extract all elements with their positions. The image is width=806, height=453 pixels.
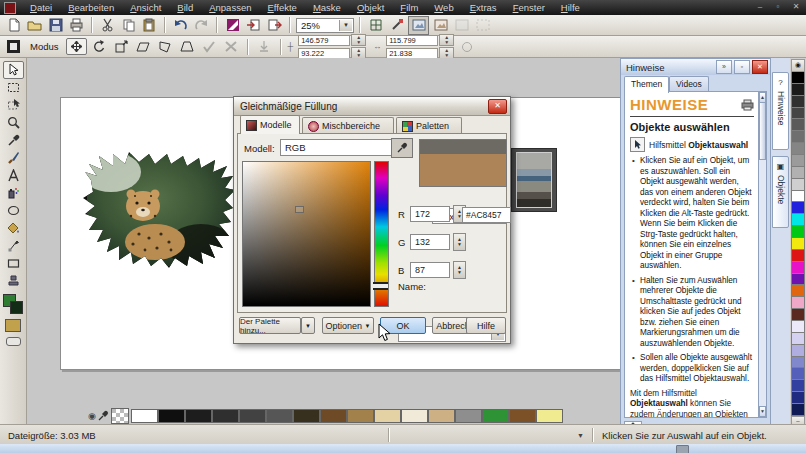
color-swatch[interactable] <box>131 409 158 423</box>
width-spinner[interactable]: ▲▼ <box>439 34 454 46</box>
close-icon[interactable]: ✕ <box>790 2 802 12</box>
dialog-titlebar[interactable]: Gleichmäßige Füllung <box>234 97 510 116</box>
menu-item[interactable]: Extras <box>462 1 505 14</box>
cut-icon[interactable] <box>98 17 117 34</box>
palette-picker-icon[interactable]: ◉ <box>88 411 96 421</box>
menu-item[interactable]: Ansicht <box>122 1 169 14</box>
copy-icon[interactable] <box>119 17 138 34</box>
color-swatch[interactable] <box>791 108 805 120</box>
grid-icon[interactable] <box>366 17 385 34</box>
docker-tab-objekte[interactable]: ▣ Objekte <box>772 156 789 228</box>
hide-mask-icon[interactable] <box>431 17 450 34</box>
scale-mode-button[interactable] <box>112 38 131 55</box>
channel-input[interactable]: 132 <box>410 234 450 250</box>
restore-icon[interactable]: ▫ <box>772 2 784 12</box>
hex-value-field[interactable]: #AC8457 <box>462 207 511 223</box>
color-swatch[interactable] <box>791 202 805 214</box>
x-spinner[interactable]: ▲▼ <box>351 34 366 46</box>
hue-slider[interactable] <box>374 161 389 307</box>
color-swatch[interactable] <box>791 333 805 345</box>
text-tool[interactable] <box>3 167 24 185</box>
color-swatch[interactable] <box>401 409 428 423</box>
color-swatch[interactable] <box>374 409 401 423</box>
color-swatch[interactable] <box>791 357 805 369</box>
scroll-down-icon[interactable]: ▼ <box>759 406 766 417</box>
menu-item[interactable]: Datei <box>22 1 60 14</box>
clone-tool[interactable] <box>3 272 24 290</box>
rotate-mode-button[interactable] <box>90 38 109 55</box>
fill-color-swatch[interactable] <box>5 319 21 332</box>
menu-item[interactable]: Bearbeiten <box>60 1 122 14</box>
color-swatch[interactable] <box>455 409 482 423</box>
options-button[interactable]: Optionen ▼ <box>322 317 374 334</box>
perspective-mode-button[interactable] <box>178 38 197 55</box>
mask-overlay-icon[interactable] <box>452 17 471 34</box>
color-swatch[interactable] <box>791 84 805 96</box>
leopard-image-object[interactable] <box>83 150 237 270</box>
docker-tab-hinweise[interactable]: ? Hinweise <box>772 72 789 150</box>
color-swatch[interactable] <box>791 143 805 155</box>
hue-slider-handle[interactable] <box>373 282 388 290</box>
dialog-close-icon[interactable]: ✕ <box>488 99 507 114</box>
path-tool[interactable] <box>3 237 24 255</box>
color-swatch[interactable] <box>791 345 805 357</box>
color-swatch[interactable] <box>791 274 805 286</box>
palette-eyedropper-icon[interactable] <box>98 410 109 422</box>
save-icon[interactable] <box>46 17 65 34</box>
help-button[interactable]: Hilfe <box>466 317 506 334</box>
new-document-icon[interactable] <box>4 17 23 34</box>
hints-scrollbar[interactable]: ▲ ▼ <box>758 91 767 418</box>
color-swatch[interactable] <box>791 96 805 108</box>
zoom-level-combo[interactable]: 25% ▼ <box>296 18 354 33</box>
color-swatch[interactable] <box>791 380 805 392</box>
show-mask-icon[interactable] <box>408 16 429 35</box>
tab-videos[interactable]: Videos <box>669 76 709 92</box>
corel-logo-icon[interactable] <box>223 17 242 34</box>
redo-icon[interactable] <box>192 17 211 34</box>
color-swatch[interactable] <box>791 119 805 131</box>
color-swatch[interactable] <box>791 155 805 167</box>
menu-item[interactable]: Maske <box>305 1 349 14</box>
channel-spinner[interactable]: ▲▼ <box>453 233 466 251</box>
skew-mode-button[interactable] <box>134 38 153 55</box>
color-swatch[interactable] <box>509 409 536 423</box>
dialog-eyedropper-button[interactable] <box>391 138 413 158</box>
menu-item[interactable]: Fenster <box>505 1 553 14</box>
color-swatch[interactable] <box>791 392 805 404</box>
model-combo[interactable]: RGB ▼ <box>280 139 406 156</box>
window-grip[interactable] <box>676 445 689 453</box>
color-swatch[interactable] <box>791 179 805 191</box>
color-field[interactable] <box>242 161 371 307</box>
color-swatch[interactable] <box>212 409 239 423</box>
color-swatch[interactable] <box>791 368 805 380</box>
float-panel-icon[interactable]: ▫ <box>734 60 750 74</box>
import-icon[interactable] <box>244 17 263 34</box>
tool-preset-icon[interactable] <box>4 38 23 55</box>
y-position-field[interactable]: 93.222 <box>298 48 350 59</box>
color-swatch[interactable] <box>791 321 805 333</box>
paste-icon[interactable] <box>140 17 159 34</box>
color-swatch[interactable] <box>239 409 266 423</box>
channel-input[interactable]: 172 <box>410 206 450 222</box>
object-pick-tool[interactable] <box>3 61 24 79</box>
color-swatch[interactable] <box>185 409 212 423</box>
tab-themen[interactable]: Themen <box>624 76 669 93</box>
foreground-background-swatches[interactable] <box>3 294 23 316</box>
add-to-palette-button[interactable]: Der Palette hinzu... <box>239 317 301 334</box>
menu-item[interactable]: Film <box>392 1 426 14</box>
color-swatch[interactable] <box>347 409 374 423</box>
status-dropdown-icon[interactable]: ▼ <box>577 432 584 439</box>
export-icon[interactable] <box>265 17 284 34</box>
width-field[interactable]: 115.799 <box>386 35 438 46</box>
background-color-swatch[interactable] <box>10 301 23 314</box>
color-swatch[interactable] <box>791 72 805 84</box>
undo-icon[interactable] <box>171 17 190 34</box>
height-field[interactable]: 21.838 <box>386 48 438 59</box>
paint-tool[interactable] <box>3 149 24 167</box>
palette-options-icon[interactable]: ◉ <box>791 59 805 72</box>
channel-input[interactable]: 87 <box>410 262 450 278</box>
open-folder-icon[interactable] <box>25 17 44 34</box>
color-swatch[interactable] <box>482 409 509 423</box>
rectangle-mask-tool[interactable] <box>3 79 24 97</box>
position-mode-button[interactable] <box>66 38 87 56</box>
